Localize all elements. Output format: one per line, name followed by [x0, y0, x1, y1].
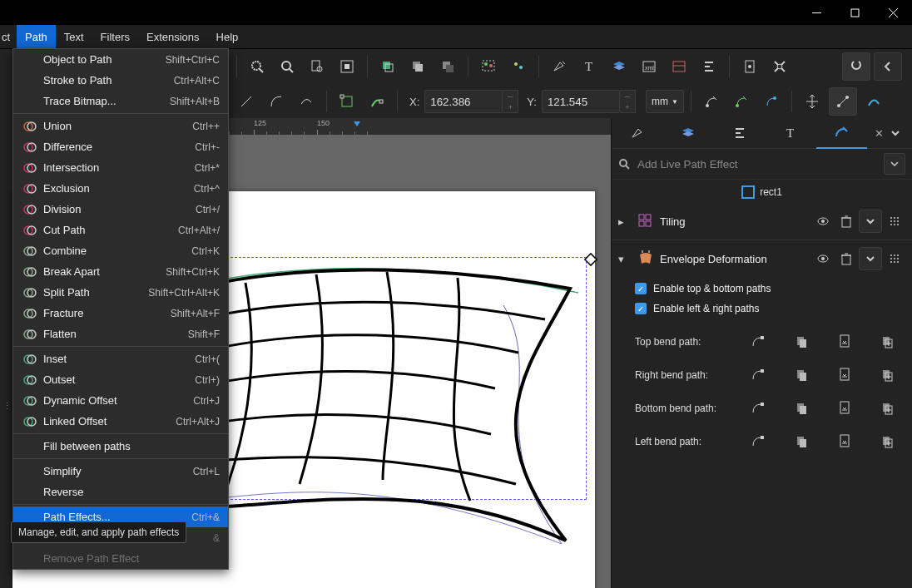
menu-item-linked-offset[interactable]: Linked OffsetCtrl+Alt+J	[13, 411, 228, 432]
show-handles-button[interactable]	[829, 87, 857, 116]
fill-stroke-icon[interactable]	[546, 53, 572, 80]
menu-item-fracture[interactable]: FractureShift+Alt+F	[13, 303, 228, 324]
menu-item-truncated[interactable]: ct	[0, 25, 17, 48]
edit-on-canvas-icon[interactable]	[743, 368, 775, 382]
menu-item-reverse[interactable]: Reverse	[13, 482, 228, 502]
close-button[interactable]	[874, 0, 912, 25]
menu-item-fill-between-paths[interactable]: Fill between paths	[13, 436, 228, 457]
zoom-selection-icon[interactable]	[244, 53, 270, 80]
menu-item-filters[interactable]: Filters	[92, 25, 138, 48]
edit-on-canvas-icon[interactable]	[743, 335, 775, 348]
selectors-icon[interactable]	[666, 53, 692, 80]
menu-item-combine[interactable]: CombineCtrl+K	[13, 240, 228, 261]
menu-item-stroke-to-path[interactable]: Stroke to PathCtrl+Alt+C	[13, 70, 228, 91]
show-outline-icon[interactable]	[860, 88, 887, 115]
edit-on-canvas-icon[interactable]	[743, 402, 775, 415]
tab-path-effects[interactable]	[816, 117, 867, 149]
align-icon[interactable]	[696, 53, 722, 80]
node-curve-icon[interactable]	[263, 88, 290, 115]
paste-path-icon[interactable]	[829, 434, 860, 449]
lpe-effect-tiling[interactable]: ▸ Tiling	[612, 205, 912, 238]
link-path-icon[interactable]	[872, 402, 904, 415]
zoom-drawing-icon[interactable]	[274, 53, 300, 80]
unlink-clone-icon[interactable]	[434, 53, 461, 80]
menu-item-help[interactable]: Help	[208, 25, 247, 48]
copy-path-icon[interactable]	[786, 368, 817, 382]
menu-item-simplify[interactable]: SimplifyCtrl+L	[13, 461, 228, 482]
clone-icon[interactable]	[404, 53, 431, 80]
drag-handle-icon[interactable]	[884, 210, 905, 232]
lpe-search-input[interactable]	[636, 152, 879, 175]
menu-item-outset[interactable]: OutsetCtrl+)	[13, 369, 228, 390]
show-transform-handles-icon[interactable]	[799, 88, 825, 115]
disclosure-down-icon[interactable]: ▾	[618, 253, 632, 265]
object-to-path-icon[interactable]	[334, 88, 360, 115]
visibility-toggle[interactable]	[812, 248, 834, 269]
group-icon[interactable]	[475, 53, 502, 80]
menu-item-flatten[interactable]: FlattenShift+F	[13, 324, 228, 344]
menu-item-text[interactable]: Text	[56, 25, 92, 48]
zoom-page-icon[interactable]	[304, 53, 330, 80]
delete-effect-button[interactable]	[835, 248, 857, 269]
menu-item-path[interactable]: Path	[17, 25, 56, 48]
lpe-effect-envelope[interactable]: ▾ Envelope Deformation	[612, 242, 912, 275]
snap-toggle-button[interactable]	[842, 52, 870, 81]
paste-path-icon[interactable]	[829, 334, 860, 349]
xml-icon[interactable]: xml	[636, 53, 662, 80]
menu-item-inset[interactable]: InsetCtrl+(	[13, 348, 228, 369]
tab-layers[interactable]	[662, 118, 713, 148]
paste-path-icon[interactable]	[829, 368, 860, 383]
menu-item-split-path[interactable]: Split PathShift+Ctrl+Alt+K	[13, 282, 228, 303]
copy-path-icon[interactable]	[786, 335, 817, 348]
unit-selector[interactable]: mm▼	[646, 90, 684, 113]
copy-path-icon[interactable]	[786, 435, 817, 448]
doc-properties-icon[interactable]	[736, 53, 763, 80]
tab-fill-stroke[interactable]	[612, 118, 662, 148]
tab-more-button[interactable]	[890, 128, 912, 138]
menu-item-extensions[interactable]: Extensions	[138, 25, 208, 48]
ungroup-icon[interactable]	[505, 53, 532, 80]
delete-effect-button[interactable]	[835, 210, 857, 232]
tab-align[interactable]	[714, 118, 765, 148]
minimize-button[interactable]	[797, 0, 835, 25]
link-path-icon[interactable]	[872, 368, 904, 382]
lpe-add-dropdown[interactable]	[884, 153, 905, 175]
menu-item-exclusion[interactable]: ExclusionCtrl+^	[13, 178, 228, 199]
panel-gripper-icon[interactable]: ⋮⋮	[0, 401, 10, 412]
checkbox-left-right[interactable]: ✓Enable left & right paths	[635, 299, 904, 319]
visibility-toggle[interactable]	[812, 210, 834, 232]
edit-mask-icon[interactable]	[728, 88, 755, 115]
effect-menu-button[interactable]	[859, 247, 882, 270]
node-arc-icon[interactable]	[293, 88, 320, 115]
next-path-effect-icon[interactable]	[758, 88, 785, 115]
y-input[interactable]	[542, 90, 620, 113]
tab-text[interactable]: T	[765, 118, 815, 148]
menu-item-division[interactable]: DivisionCtrl+/	[13, 199, 228, 220]
x-input[interactable]	[424, 90, 503, 113]
x-spinner[interactable]: ─+	[503, 90, 518, 113]
text-tool-icon[interactable]: T	[576, 53, 602, 80]
effect-menu-button[interactable]	[859, 210, 882, 233]
menu-item-object-to-path[interactable]: Object to PathShift+Ctrl+C	[13, 49, 228, 70]
link-path-icon[interactable]	[872, 435, 904, 448]
menu-item-cut-path[interactable]: Cut PathCtrl+Alt+/	[13, 220, 228, 240]
disclosure-right-icon[interactable]: ▸	[618, 215, 632, 228]
menu-item-union[interactable]: UnionCtrl++	[13, 116, 228, 136]
drag-handle-icon[interactable]	[884, 248, 905, 269]
menu-item-intersection[interactable]: IntersectionCtrl+*	[13, 157, 228, 178]
node-line-icon[interactable]	[233, 88, 260, 115]
menu-item-difference[interactable]: DifferenceCtrl+-	[13, 136, 228, 157]
edit-clip-icon[interactable]	[698, 88, 725, 115]
tab-close-button[interactable]: ✕	[867, 127, 890, 140]
stroke-to-path-icon[interactable]	[364, 88, 390, 115]
menu-item-break-apart[interactable]: Break ApartShift+Ctrl+K	[13, 261, 228, 282]
y-spinner[interactable]: ─+	[620, 90, 636, 113]
paste-path-icon[interactable]	[829, 401, 860, 416]
link-path-icon[interactable]	[872, 335, 904, 348]
copy-path-icon[interactable]	[786, 402, 817, 415]
preferences-icon[interactable]	[766, 53, 793, 80]
checkbox-top-bottom[interactable]: ✓Enable top & bottom paths	[635, 279, 904, 299]
layers-icon[interactable]	[606, 53, 632, 80]
menu-item-dynamic-offset[interactable]: Dynamic OffsetCtrl+J	[13, 390, 228, 411]
maximize-button[interactable]	[835, 0, 874, 25]
